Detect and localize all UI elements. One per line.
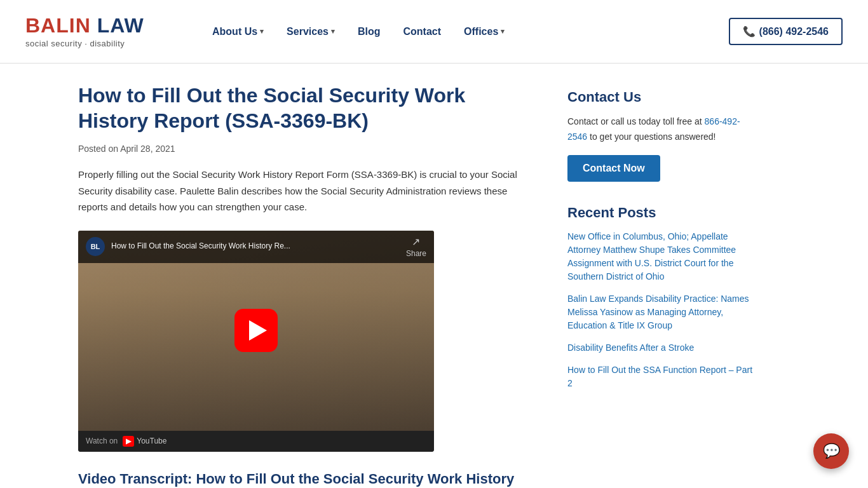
contact-us-section: Contact Us Contact or call us today toll… — [567, 89, 758, 182]
contact-now-button[interactable]: Contact Now — [567, 155, 660, 182]
article-title: How to Fill Out the Social Security Work… — [78, 83, 536, 133]
video-channel-icon: BL — [86, 237, 105, 256]
watch-on-label: Watch on — [86, 437, 118, 445]
logo-law: LAW — [91, 14, 144, 37]
list-item: Disability Benefits After a Stroke — [567, 341, 758, 355]
video-title-text: How to Fill Out the Social Security Work… — [111, 241, 400, 252]
contact-us-title: Contact Us — [567, 89, 758, 105]
main-nav: About Us ▾ Services ▾ Blog Contact Offic… — [203, 21, 729, 43]
contact-us-text: Contact or call us today toll free at 86… — [567, 114, 758, 145]
video-thumbnail[interactable]: BL How to Fill Out the Social Security W… — [78, 231, 434, 431]
list-item: Balin Law Expands Disability Practice: N… — [567, 292, 758, 332]
play-button-area[interactable] — [234, 309, 278, 352]
play-button[interactable] — [234, 309, 278, 352]
recent-posts-section: Recent Posts New Office in Columbus, Ohi… — [567, 205, 758, 390]
nav-contact[interactable]: Contact — [395, 21, 451, 43]
phone-button[interactable]: 📞 (866) 492-2546 — [729, 18, 843, 45]
logo-tagline: social security · disability — [25, 39, 165, 48]
recent-posts-title: Recent Posts — [567, 205, 758, 221]
article: How to Fill Out the Social Security Work… — [78, 83, 536, 487]
chat-bubble-icon: 💬 — [823, 443, 840, 459]
sidebar: Contact Us Contact or call us today toll… — [567, 83, 758, 487]
logo[interactable]: BALIN LAW social security · disability — [25, 15, 165, 48]
nav-offices[interactable]: Offices ▾ — [455, 21, 513, 43]
list-item: New Office in Columbus, Ohio; Appellate … — [567, 230, 758, 283]
video-container[interactable]: BL How to Fill Out the Social Security W… — [78, 231, 434, 452]
yt-icon: ▶ — [123, 436, 134, 447]
play-triangle — [249, 320, 267, 341]
logo-balin: BALIN — [25, 14, 91, 37]
recent-post-link-1[interactable]: New Office in Columbus, Ohio; Appellate … — [567, 231, 736, 281]
phone-icon: 📞 — [743, 25, 756, 37]
nav-blog[interactable]: Blog — [349, 21, 390, 43]
logo-text: BALIN LAW — [25, 15, 165, 37]
about-us-arrow: ▾ — [260, 27, 264, 36]
services-arrow: ▾ — [331, 27, 335, 36]
main-container: How to Fill Out the Social Security Work… — [53, 64, 815, 488]
article-intro: Properly filling out the Social Security… — [78, 166, 536, 215]
share-icon: ↗ — [412, 236, 420, 248]
recent-post-link-3[interactable]: Disability Benefits After a Stroke — [567, 342, 694, 353]
recent-post-link-4[interactable]: How to Fill Out the SSA Function Report … — [567, 365, 752, 388]
video-bottom-bar: Watch on ▶ YouTube — [78, 431, 434, 452]
video-top-bar: BL How to Fill Out the Social Security W… — [78, 231, 434, 263]
nav-services[interactable]: Services ▾ — [278, 21, 344, 43]
offices-arrow: ▾ — [501, 27, 505, 36]
nav-about-us[interactable]: About Us ▾ — [203, 21, 273, 43]
posted-on: Posted on April 28, 2021 — [78, 144, 536, 154]
recent-post-link-2[interactable]: Balin Law Expands Disability Practice: N… — [567, 294, 749, 330]
list-item: How to Fill Out the SSA Function Report … — [567, 363, 758, 390]
chat-bubble-button[interactable]: 💬 — [813, 433, 849, 469]
youtube-logo[interactable]: ▶ YouTube — [123, 436, 166, 447]
site-header: BALIN LAW social security · disability A… — [0, 0, 868, 64]
video-share[interactable]: ↗ Share — [406, 236, 426, 258]
recent-posts-list: New Office in Columbus, Ohio; Appellate … — [567, 230, 758, 390]
section-subtitle: Video Transcript: How to Fill Out the So… — [78, 471, 536, 487]
